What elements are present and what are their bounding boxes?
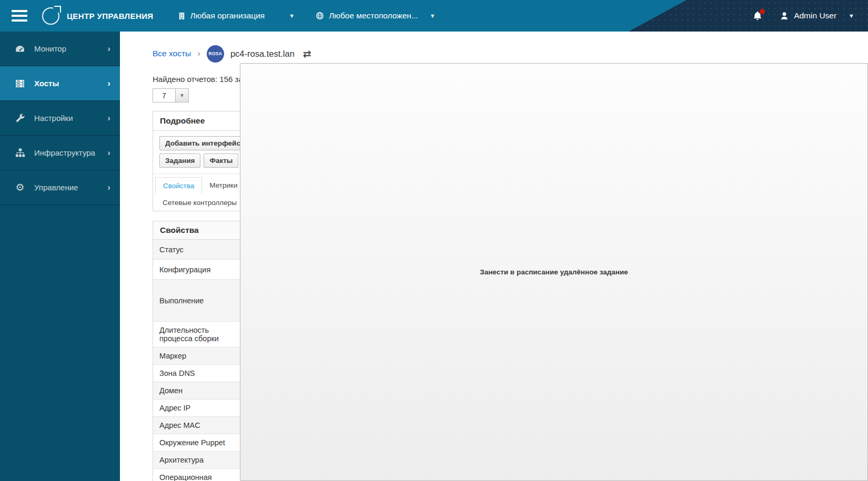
chevron-right-icon: › — [107, 113, 110, 124]
chevron-down-icon: ▼ — [289, 13, 295, 19]
sidebar-item-label: Настройки — [34, 114, 107, 122]
sidebar-item-label: Хосты — [34, 79, 107, 88]
property-label: Длительность процесса сборки — [153, 322, 244, 347]
chevron-down-icon: ▼ — [176, 88, 189, 103]
location-label: Любое местоположен... — [329, 11, 418, 21]
host-name: pc4-rosa.test.lan — [230, 49, 295, 59]
chevron-right-icon: › — [107, 148, 110, 158]
chevron-right-icon: › — [107, 44, 110, 54]
schedule-remote-job-button[interactable]: Занести в расписание удалённое задание — [240, 63, 868, 481]
location-switcher[interactable]: Любое местоположен... ▼ — [316, 11, 436, 21]
top-navbar: ЦЕНТР УПРАВЛЕНИЯ Любая организация ▼ Люб… — [0, 0, 868, 32]
breadcrumb: Все хосты › ROSA pc4-rosa.test.lan ⇄ — [153, 44, 799, 63]
chevron-right-icon: › — [107, 78, 110, 89]
notification-badge — [760, 9, 765, 14]
tab-1[interactable]: Свойства — [155, 177, 202, 195]
property-label: Домен — [153, 382, 244, 400]
property-label: Выполнение — [153, 280, 244, 322]
sidebar: Монитор›Хосты›Настройки›Инфраструктура›⚙… — [0, 32, 120, 481]
rosa-logo — [42, 7, 59, 25]
details-action-button-3[interactable]: Задания — [159, 153, 200, 168]
main-content: Все хосты › ROSA pc4-rosa.test.lan ⇄ Най… — [120, 32, 868, 481]
hamburger-menu-button[interactable] — [12, 10, 27, 22]
property-label: Конфигурация — [153, 260, 244, 280]
gauge-icon — [14, 44, 26, 54]
chevron-down-icon: ▼ — [430, 13, 436, 19]
sidebar-menu: Монитор›Хосты›Настройки›Инфраструктура›⚙… — [0, 32, 120, 205]
server-icon — [14, 78, 26, 89]
tab-4[interactable]: Сетевые контроллеры — [155, 195, 244, 211]
days-select[interactable]: 7 ▼ — [153, 88, 189, 103]
breadcrumb-separator: › — [197, 48, 200, 59]
property-label: Статус — [153, 240, 244, 260]
user-icon — [780, 11, 789, 21]
days-select-value: 7 — [153, 88, 176, 103]
sitemap-icon — [14, 148, 26, 158]
chevron-right-icon: › — [107, 182, 110, 193]
gear-icon: ⚙ — [14, 182, 26, 192]
property-label: Архитектура — [153, 452, 244, 469]
organization-label: Любая организация — [190, 11, 265, 21]
property-label: Операционная система — [153, 469, 244, 481]
globe-icon — [316, 12, 324, 20]
sidebar-item-label: Управление — [34, 183, 107, 192]
sidebar-item-2[interactable]: Хосты› — [0, 66, 120, 101]
property-label: Адрес IP — [153, 400, 244, 417]
property-label: Адрес MAC — [153, 417, 244, 434]
sidebar-item-1[interactable]: Монитор› — [0, 32, 120, 66]
breadcrumb-all-hosts-link[interactable]: Все хосты — [153, 49, 191, 58]
page: ЦЕНТР УПРАВЛЕНИЯ Любая организация ▼ Люб… — [0, 0, 868, 481]
chevron-down-icon: ▼ — [849, 13, 854, 19]
tab-2[interactable]: Метрики — [202, 177, 245, 195]
sidebar-item-3[interactable]: Настройки› — [0, 101, 120, 136]
user-name: Admin User — [794, 11, 836, 21]
sidebar-item-4[interactable]: Инфраструктура› — [0, 136, 120, 170]
property-label: Зона DNS — [153, 365, 244, 382]
wrench-icon — [14, 113, 26, 123]
host-switcher-icon[interactable]: ⇄ — [303, 48, 311, 60]
brand-title: ЦЕНТР УПРАВЛЕНИЯ — [67, 12, 154, 21]
toolbar: Найдено отчетов: 156 за число последних … — [153, 75, 799, 103]
details-action-button-4[interactable]: Факты — [204, 153, 238, 168]
sidebar-item-label: Инфраструктура — [34, 148, 107, 157]
organization-switcher[interactable]: Любая организация ▼ — [178, 11, 295, 21]
notifications-bell-icon[interactable] — [752, 11, 763, 21]
property-label: Окружение Puppet — [153, 434, 244, 452]
sidebar-item-label: Монитор — [34, 44, 107, 53]
sidebar-item-5[interactable]: ⚙Управление› — [0, 170, 120, 205]
building-icon — [178, 12, 186, 20]
property-label: Маркер — [153, 347, 244, 365]
os-badge: ROSA — [207, 45, 224, 63]
user-menu[interactable]: Admin User ▼ — [780, 11, 854, 21]
